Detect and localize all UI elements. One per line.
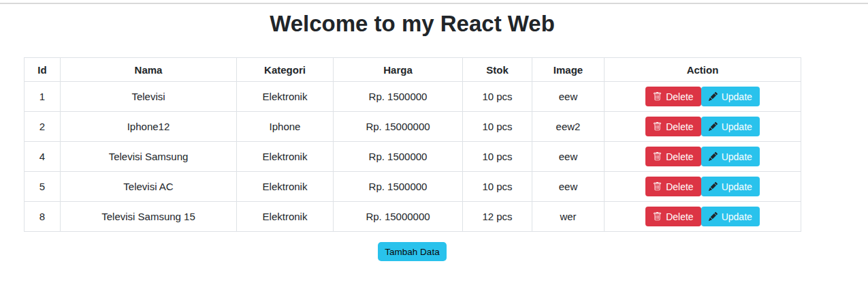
- cell-action: Delete Update: [605, 112, 801, 142]
- delete-button-label: Delete: [666, 92, 693, 102]
- cell-kategori: Iphone: [237, 112, 334, 142]
- pencil-icon: [709, 92, 718, 101]
- table-row: 5 Televisi AC Elektronik Rp. 1500000 10 …: [25, 172, 801, 202]
- cell-nama: Televisi Samsung: [61, 142, 237, 172]
- header-action: Action: [605, 58, 801, 82]
- update-button[interactable]: Update: [701, 117, 760, 136]
- cell-id: 1: [25, 82, 61, 112]
- delete-button[interactable]: Delete: [645, 87, 701, 106]
- cell-id: 8: [25, 202, 61, 232]
- cell-harga: Rp. 15000000: [334, 112, 463, 142]
- delete-button[interactable]: Delete: [645, 117, 701, 136]
- cell-image: eew2: [532, 112, 605, 142]
- cell-id: 2: [25, 112, 61, 142]
- products-table: Id Nama Kategori Harga Stok Image Action…: [24, 57, 801, 232]
- trash-icon: [653, 212, 662, 221]
- pencil-icon: [709, 152, 718, 161]
- delete-button-label: Delete: [666, 122, 693, 132]
- cell-id: 5: [25, 172, 61, 202]
- pencil-icon: [709, 122, 718, 131]
- update-button[interactable]: Update: [701, 147, 760, 166]
- pencil-icon: [709, 212, 718, 221]
- cell-harga: Rp. 15000000: [334, 202, 463, 232]
- delete-button[interactable]: Delete: [645, 147, 701, 166]
- header-stok: Stok: [463, 58, 532, 82]
- update-button[interactable]: Update: [701, 87, 760, 106]
- action-button-group: Delete Update: [645, 177, 760, 196]
- cell-nama: Iphone12: [61, 112, 237, 142]
- pencil-icon: [709, 182, 718, 191]
- tambah-data-button[interactable]: Tambah Data: [378, 242, 446, 261]
- cell-action: Delete Update: [605, 142, 801, 172]
- cell-stok: 10 pcs: [463, 82, 532, 112]
- update-button[interactable]: Update: [701, 177, 760, 196]
- header-id: Id: [25, 58, 61, 82]
- cell-kategori: Elektronik: [237, 82, 334, 112]
- update-button-label: Update: [722, 92, 752, 102]
- trash-icon: [653, 152, 662, 161]
- cell-image: eew: [532, 82, 605, 112]
- cell-stok: 12 pcs: [463, 202, 532, 232]
- trash-icon: [653, 122, 662, 131]
- header-nama: Nama: [61, 58, 237, 82]
- header-kategori: Kategori: [237, 58, 334, 82]
- action-button-group: Delete Update: [645, 207, 760, 226]
- cell-image: eew: [532, 172, 605, 202]
- cell-image: wer: [532, 202, 605, 232]
- table-row: 4 Televisi Samsung Elektronik Rp. 150000…: [25, 142, 801, 172]
- cell-nama: Televisi: [61, 82, 237, 112]
- cell-harga: Rp. 1500000: [334, 142, 463, 172]
- top-divider: [0, 3, 868, 4]
- update-button-label: Update: [722, 152, 752, 162]
- cell-kategori: Elektronik: [237, 172, 334, 202]
- cell-nama: Televisi Samsung 15: [61, 202, 237, 232]
- update-button-label: Update: [722, 212, 752, 222]
- update-button[interactable]: Update: [701, 207, 760, 226]
- action-button-group: Delete Update: [645, 87, 760, 106]
- cell-image: eew: [532, 142, 605, 172]
- cell-action: Delete Update: [605, 202, 801, 232]
- cell-harga: Rp. 1500000: [334, 172, 463, 202]
- table-row: 8 Televisi Samsung 15 Elektronik Rp. 150…: [25, 202, 801, 232]
- page-title: Welcome to my React Web: [24, 10, 801, 38]
- table-header-row: Id Nama Kategori Harga Stok Image Action: [25, 58, 801, 82]
- trash-icon: [653, 92, 662, 101]
- header-harga: Harga: [334, 58, 463, 82]
- cell-action: Delete Update: [605, 82, 801, 112]
- cell-stok: 10 pcs: [463, 142, 532, 172]
- cell-kategori: Elektronik: [237, 142, 334, 172]
- cell-action: Delete Update: [605, 172, 801, 202]
- trash-icon: [653, 182, 662, 191]
- delete-button-label: Delete: [666, 212, 693, 222]
- delete-button-label: Delete: [666, 182, 693, 192]
- action-button-group: Delete Update: [645, 147, 760, 166]
- table-row: 2 Iphone12 Iphone Rp. 15000000 10 pcs ee…: [25, 112, 801, 142]
- cell-id: 4: [25, 142, 61, 172]
- table-row: 1 Televisi Elektronik Rp. 1500000 10 pcs…: [25, 82, 801, 112]
- update-button-label: Update: [722, 182, 752, 192]
- cell-stok: 10 pcs: [463, 172, 532, 202]
- delete-button[interactable]: Delete: [645, 207, 701, 226]
- main-container: Welcome to my React Web Id Nama Kategori…: [24, 10, 801, 261]
- action-button-group: Delete Update: [645, 117, 760, 136]
- table-body: 1 Televisi Elektronik Rp. 1500000 10 pcs…: [25, 82, 801, 232]
- cell-stok: 10 pcs: [463, 112, 532, 142]
- table-header: Id Nama Kategori Harga Stok Image Action: [25, 58, 801, 82]
- header-image: Image: [532, 58, 605, 82]
- delete-button[interactable]: Delete: [645, 177, 701, 196]
- cell-kategori: Elektronik: [237, 202, 334, 232]
- tambah-data-section: Tambah Data: [24, 242, 801, 261]
- delete-button-label: Delete: [666, 152, 693, 162]
- cell-nama: Televisi AC: [61, 172, 237, 202]
- cell-harga: Rp. 1500000: [334, 82, 463, 112]
- update-button-label: Update: [722, 122, 752, 132]
